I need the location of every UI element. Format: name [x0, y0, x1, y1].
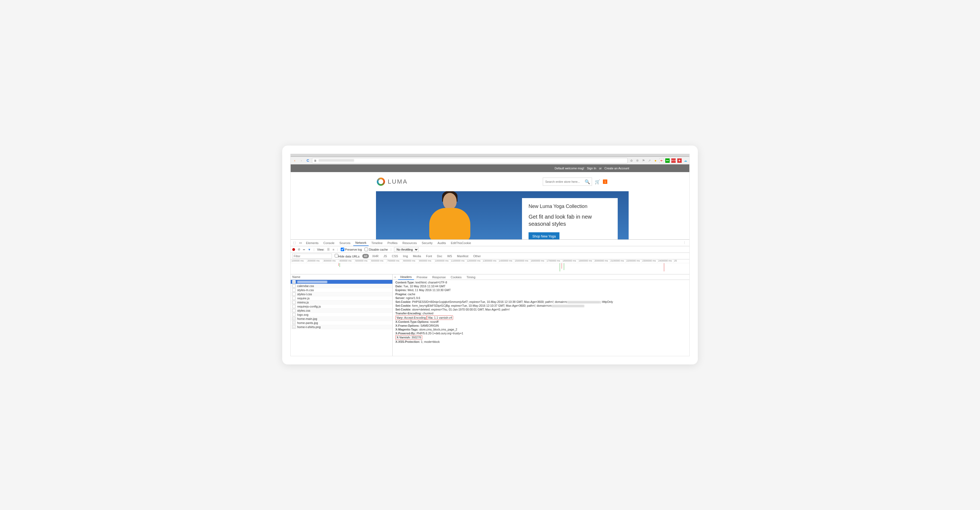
filter-tab-media[interactable]: Media — [411, 254, 423, 258]
view-small-icon[interactable]: ≡ — [332, 248, 334, 251]
throttling-select[interactable]: No throttling — [394, 247, 418, 252]
filter-tab-js[interactable]: JS — [382, 254, 388, 258]
ext-icon[interactable]: ● — [653, 158, 658, 163]
detail-tab-preview[interactable]: Preview — [415, 275, 430, 280]
view-large-icon[interactable]: ☰ — [327, 248, 330, 251]
devtools-tab-security[interactable]: Security — [420, 240, 435, 246]
devtools-tab-timeline[interactable]: Timeline — [369, 240, 385, 246]
camera-icon[interactable]: ▪▪ — [303, 248, 305, 251]
reload-button[interactable]: C — [305, 158, 310, 163]
file-icon — [292, 284, 296, 288]
logo-text: LUMA — [388, 178, 408, 185]
address-bar[interactable]: 🗎 — [312, 158, 628, 163]
inspect-icon[interactable]: ⬚ — [292, 241, 297, 245]
filter-tab-img[interactable]: Img — [401, 254, 410, 258]
timeline-tick: 1800000 ms — [562, 260, 578, 263]
devtools-panel: ⬚ ▭ ElementsConsoleSourcesNetworkTimelin… — [291, 239, 689, 356]
timeline-tick: 2400000 ms — [657, 260, 673, 263]
timeline-tick: 1500000 ms — [514, 260, 530, 263]
request-row[interactable]: calendar.css — [291, 284, 392, 288]
detail-tab-headers[interactable]: Headers — [398, 274, 414, 280]
hero-cta-button[interactable]: Shop New Yoga — [528, 232, 560, 239]
record-icon[interactable] — [292, 248, 295, 251]
devtools-tab-console[interactable]: Console — [321, 240, 337, 246]
filter-tab-css[interactable]: CSS — [390, 254, 400, 258]
or-text: or — [599, 167, 602, 170]
filter-icon[interactable]: ▼ — [308, 248, 311, 251]
url-blurred — [318, 159, 354, 162]
request-row[interactable]: requirejs-config.js — [291, 304, 392, 309]
back-button[interactable]: ‹ — [292, 158, 297, 163]
devtools-menu-icon[interactable]: ⋮ — [681, 241, 688, 245]
network-filterbar: Hide data URLs AllXHRJSCSSImgMediaFontDo… — [291, 253, 689, 260]
search-box[interactable]: 🔍 — [543, 178, 592, 186]
ext-icon[interactable]: ✻ — [635, 158, 640, 163]
forward-button[interactable]: › — [299, 158, 304, 163]
header-line: Server: nginx/1.9.6 — [395, 296, 687, 300]
request-row[interactable]: styles.css — [291, 309, 392, 313]
devtools-tab-editthiscookie[interactable]: EditThisCookie — [449, 240, 473, 246]
request-row[interactable]: ▭home-t-shirts.png — [291, 325, 392, 329]
devtools-tab-resources[interactable]: Resources — [400, 240, 419, 246]
request-row[interactable]: ▭home-main.jpg — [291, 317, 392, 321]
ext-icon[interactable]: ☁ — [683, 158, 688, 163]
request-row[interactable]: mixins.js — [291, 300, 392, 304]
response-headers: Content-Type: text/html; charset=UTF-8Da… — [393, 280, 689, 356]
detail-tab-response[interactable]: Response — [430, 275, 448, 280]
request-detail-panel: × HeadersPreviewResponseCookiesTiming Co… — [393, 274, 689, 356]
network-timeline[interactable]: 100000 ms200000 ms300000 ms400000 ms5000… — [291, 260, 689, 274]
gmail-icon[interactable]: M — [659, 158, 663, 163]
filter-tab-manifest[interactable]: Manifest — [455, 254, 470, 258]
request-name: styles-l.css — [297, 292, 312, 296]
search-icon[interactable]: 🔍 — [585, 179, 590, 185]
ext-icon[interactable]: 0419 — [671, 158, 676, 163]
request-row[interactable]: ▤ — [291, 280, 392, 284]
header-line: Vary: Accept-Encoding — [395, 316, 427, 320]
create-account-link[interactable]: Create an Account — [604, 167, 629, 170]
device-icon[interactable]: ▭ — [298, 241, 303, 245]
ext-icon[interactable]: ⚑ — [641, 158, 646, 163]
timeline-tick: 400000 ms — [339, 260, 355, 263]
timeline-tick: 1400000 ms — [498, 260, 514, 263]
signin-link[interactable]: Sign In — [587, 167, 596, 170]
filter-tab-other[interactable]: Other — [472, 254, 483, 258]
view-label: View: — [317, 248, 325, 251]
detail-tab-cookies[interactable]: Cookies — [449, 275, 464, 280]
filter-tab-xhr[interactable]: XHR — [371, 254, 380, 258]
preserve-log-checkbox[interactable]: Preserve log — [341, 248, 362, 251]
close-detail-icon[interactable]: × — [393, 276, 398, 279]
request-row[interactable]: ▭home-pants.jpg — [291, 321, 392, 325]
devtools-tab-sources[interactable]: Sources — [337, 240, 352, 246]
request-row[interactable]: logo.svg — [291, 313, 392, 317]
disable-cache-checkbox[interactable]: Disable cache — [364, 248, 388, 251]
filter-tab-all[interactable]: All — [362, 254, 369, 258]
search-input[interactable] — [545, 180, 583, 183]
request-row[interactable]: styles-m.css — [291, 288, 392, 292]
devtools-tab-elements[interactable]: Elements — [304, 240, 321, 246]
request-name: styles.css — [297, 309, 310, 312]
filter-tab-font[interactable]: Font — [425, 254, 434, 258]
ext-icon[interactable]: ↗ — [647, 158, 652, 163]
detail-tab-timing[interactable]: Timing — [464, 275, 478, 280]
hide-data-urls-checkbox[interactable]: Hide data URLs — [335, 254, 360, 258]
logo[interactable]: LUMA — [377, 178, 408, 186]
devtools-tabs: ⬚ ▭ ElementsConsoleSourcesNetworkTimelin… — [291, 240, 689, 246]
filter-tab-ws[interactable]: WS — [445, 254, 453, 258]
devtools-tab-network[interactable]: Network — [353, 240, 369, 246]
filter-tab-doc[interactable]: Doc — [435, 254, 444, 258]
devtools-tab-audits[interactable]: Audits — [435, 240, 448, 246]
star-icon[interactable]: ☆ — [629, 158, 633, 163]
request-name: home-main.jpg — [297, 317, 317, 320]
name-column-header[interactable]: Name — [291, 274, 392, 280]
ext-icon[interactable]: bw — [665, 158, 670, 163]
browser-tabstrip[interactable] — [291, 154, 689, 157]
filter-input[interactable] — [292, 253, 332, 258]
request-row[interactable]: styles-l.css — [291, 292, 392, 296]
timeline-tick: 1300000 ms — [482, 260, 498, 263]
clear-icon[interactable]: ⊘ — [298, 248, 300, 251]
hero-subtitle: Get fit and look fab in new seasonal sty… — [528, 213, 611, 227]
devtools-tab-profiles[interactable]: Profiles — [385, 240, 400, 246]
request-row[interactable]: require.js — [291, 296, 392, 300]
ext-icon[interactable]: ✚ — [677, 158, 682, 163]
cart-icon[interactable]: 🛒 — [595, 179, 600, 185]
